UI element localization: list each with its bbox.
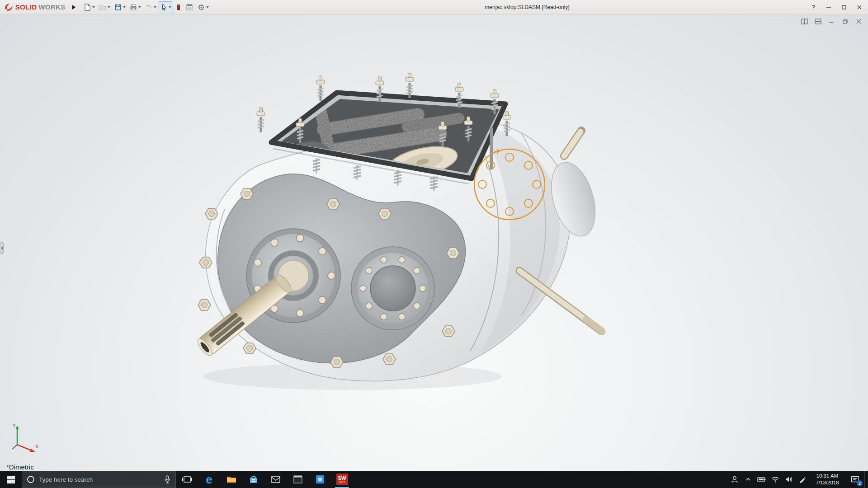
new-document-icon bbox=[83, 3, 91, 11]
action-center-button[interactable]: 2 bbox=[845, 471, 864, 488]
mail-icon bbox=[270, 474, 281, 485]
taskbar-clock[interactable]: 10:31 AM 7/13/2018 bbox=[809, 473, 845, 486]
save-button[interactable] bbox=[113, 1, 127, 13]
file-explorer-button[interactable] bbox=[220, 471, 242, 488]
options-button[interactable] bbox=[196, 1, 210, 13]
open-folder-icon bbox=[99, 3, 107, 11]
show-desktop-button[interactable] bbox=[864, 471, 868, 488]
taskbar: e bbox=[0, 471, 868, 488]
solidworks-logo: SOLIDWORKS bbox=[4, 3, 65, 12]
tray-overflow-button[interactable] bbox=[741, 471, 755, 488]
people-icon bbox=[731, 475, 739, 483]
solidworks-taskbar-button[interactable]: SW 2017 bbox=[331, 471, 353, 488]
axis-y-label: Y bbox=[13, 423, 16, 428]
doc-close-button[interactable] bbox=[854, 18, 863, 25]
brand-works: WORKS bbox=[38, 3, 65, 11]
start-button[interactable] bbox=[0, 471, 22, 488]
window-title: menjac sklop.SLDASM [Read-only] bbox=[485, 0, 569, 14]
print-dropdown-caret[interactable] bbox=[138, 6, 141, 8]
maximize-icon bbox=[841, 5, 847, 10]
graphics-viewport[interactable]: Y X *Dimetric bbox=[0, 15, 868, 471]
design-library-button[interactable] bbox=[184, 1, 195, 13]
select-cursor-icon bbox=[160, 3, 168, 11]
volume-button[interactable] bbox=[782, 471, 796, 488]
save-floppy-icon bbox=[114, 3, 122, 11]
photos-button[interactable] bbox=[309, 471, 331, 488]
undo-dropdown-caret[interactable] bbox=[154, 6, 156, 8]
cortana-icon bbox=[27, 475, 35, 483]
taskbar-search[interactable] bbox=[22, 471, 176, 488]
help-button[interactable]: ? bbox=[807, 1, 820, 13]
print-icon bbox=[129, 3, 137, 11]
document-window-controls bbox=[800, 18, 863, 25]
new-button[interactable] bbox=[82, 1, 96, 13]
windows-logo-icon bbox=[7, 476, 15, 483]
file-explorer-icon bbox=[226, 474, 237, 485]
ds-mark-icon bbox=[4, 3, 14, 12]
window-controls: ? bbox=[807, 0, 866, 14]
gearbox-3d-model[interactable] bbox=[0, 15, 868, 471]
select-button[interactable] bbox=[159, 1, 173, 13]
titlebar: SOLIDWORKS bbox=[0, 0, 868, 14]
undo-button[interactable] bbox=[143, 1, 158, 13]
edge-button[interactable]: e bbox=[198, 471, 220, 488]
gear-icon bbox=[197, 3, 205, 11]
pen-icon bbox=[799, 476, 806, 483]
task-view-button[interactable] bbox=[176, 471, 198, 488]
doc-minimize-button[interactable] bbox=[827, 18, 835, 25]
search-input[interactable] bbox=[39, 476, 160, 483]
minimize-icon bbox=[826, 5, 831, 10]
pane-split-icon[interactable] bbox=[800, 18, 808, 25]
people-button[interactable] bbox=[728, 471, 741, 488]
store-icon bbox=[248, 474, 259, 485]
task-view-icon bbox=[182, 474, 193, 485]
new-dropdown-caret[interactable] bbox=[92, 6, 95, 8]
main-toolbar bbox=[82, 1, 210, 13]
open-button[interactable] bbox=[97, 1, 112, 13]
orientation-triad: Y X bbox=[9, 423, 41, 455]
chevron-up-icon bbox=[745, 476, 751, 483]
toolbar-flyout-arrow-icon[interactable] bbox=[72, 5, 75, 9]
save-dropdown-caret[interactable] bbox=[123, 6, 126, 8]
pane-split-horizontal-icon[interactable] bbox=[814, 18, 822, 25]
minimize-button[interactable] bbox=[822, 1, 835, 13]
edge-icon: e bbox=[206, 474, 212, 485]
mail-button[interactable] bbox=[264, 471, 287, 488]
battery-icon bbox=[757, 476, 766, 483]
windows-ink-button[interactable] bbox=[796, 471, 809, 488]
close-icon bbox=[857, 5, 862, 10]
photos-icon bbox=[315, 474, 326, 485]
brand-solid: SOLID bbox=[15, 3, 37, 11]
appearance-cylinder-icon bbox=[175, 3, 182, 11]
console-window-icon bbox=[292, 474, 303, 485]
options-dropdown-caret[interactable] bbox=[206, 6, 209, 8]
wifi-icon bbox=[771, 476, 779, 483]
design-library-icon bbox=[185, 3, 193, 11]
notification-badge: 2 bbox=[857, 480, 863, 486]
view-orientation-label: *Dimetric bbox=[6, 463, 34, 471]
appearances-button[interactable] bbox=[174, 1, 183, 13]
solidworks-app-icon: SW 2017 bbox=[336, 474, 348, 485]
axis-x-label: X bbox=[35, 444, 38, 449]
network-button[interactable] bbox=[769, 471, 782, 488]
doc-restore-button[interactable] bbox=[841, 18, 849, 25]
close-button[interactable] bbox=[853, 1, 866, 13]
speaker-icon bbox=[785, 476, 793, 483]
battery-button[interactable] bbox=[755, 471, 769, 488]
microphone-icon[interactable] bbox=[164, 475, 171, 483]
screen: SOLIDWORKS bbox=[0, 0, 868, 488]
select-dropdown-caret[interactable] bbox=[169, 6, 171, 8]
print-button[interactable] bbox=[128, 1, 142, 13]
undo-icon bbox=[145, 3, 153, 11]
console-button[interactable] bbox=[287, 471, 309, 488]
clock-date: 7/13/2018 bbox=[809, 479, 845, 486]
maximize-button[interactable] bbox=[837, 1, 851, 13]
store-button[interactable] bbox=[242, 471, 264, 488]
clock-time: 10:31 AM bbox=[809, 473, 845, 479]
side-cover-boss bbox=[351, 247, 434, 330]
system-tray: 10:31 AM 7/13/2018 2 bbox=[728, 471, 868, 488]
open-dropdown-caret[interactable] bbox=[108, 6, 110, 8]
